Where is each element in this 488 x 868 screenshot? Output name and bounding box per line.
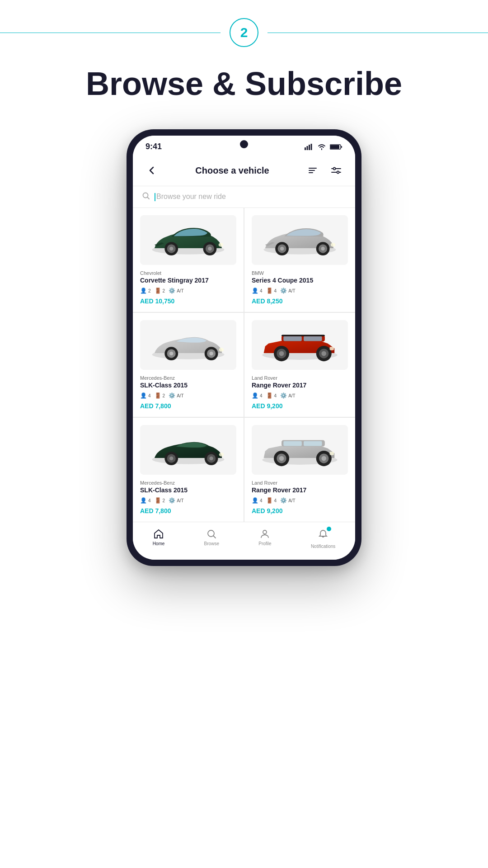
search-bar[interactable]: Browse your new ride [133,186,355,208]
svg-point-71 [321,456,326,461]
car-svg-slk2 [140,428,236,472]
spec-trans-val-2: A/T [177,393,184,398]
svg-line-74 [214,536,216,538]
nav-notifications-label: Notifications [311,544,335,549]
spec-doors-val-2: 2 [163,393,165,398]
spec-doors-val-4: 2 [163,498,165,503]
browse-icon [206,528,217,539]
car-brand-2: Mercedes-Benz [140,375,236,381]
spec-doors-5: 🚪 4 [266,497,277,504]
car-specs-2: 👤 4 🚪 2 ⚙️ A/T [140,392,236,399]
svg-point-32 [321,247,325,251]
person-icon-3: 👤 [252,392,258,399]
app-header: Choose a vehicle [133,155,355,186]
svg-line-17 [148,198,150,199]
spec-seats-val-5: 4 [260,498,263,503]
spec-doors-3: 🚪 4 [266,392,277,399]
svg-rect-53 [282,335,325,336]
car-specs-4: 👤 4 🚪 2 ⚙️ A/T [140,497,236,504]
car-price-2: AED 7,800 [140,402,236,410]
nav-notifications[interactable]: Notifications [305,527,341,551]
bottom-nav: Home Browse Profile [133,522,355,560]
spec-trans-3: ⚙️ A/T [280,392,296,399]
vehicle-card-1[interactable]: BMW Series 4 Coupe 2015 👤 4 🚪 4 ⚙️ [244,208,355,312]
car-specs-0: 👤 2 🚪 2 ⚙️ A/T [140,288,236,294]
car-model-2: SLK-Class 2015 [140,382,236,389]
car-price-0: AED 10,750 [140,297,236,305]
nav-profile-label: Profile [258,541,271,546]
camera-notch [240,140,248,148]
person-icon-0: 👤 [140,288,147,294]
svg-point-57 [169,457,174,461]
door-icon-4: 🚪 [155,497,161,504]
vehicle-card-4[interactable]: Mercedes-Benz SLK-Class 2015 👤 4 🚪 2 ⚙️ [133,418,244,522]
person-icon-1: 👤 [252,288,258,294]
car-brand-1: BMW [252,270,348,276]
car-image-0 [140,215,236,265]
svg-rect-6 [341,146,342,148]
spec-seats-val-1: 4 [260,288,263,293]
spec-seats-0: 👤 2 [140,288,151,294]
nav-home[interactable]: Home [147,527,170,551]
svg-point-29 [280,247,284,251]
car-svg-rangerover2 [252,428,348,472]
gear-icon-3: ⚙️ [280,392,287,399]
spec-doors-1: 🚪 4 [266,288,277,294]
spec-trans-val-4: A/T [177,498,184,503]
spec-seats-val-3: 4 [260,393,263,398]
battery-icon [330,144,343,150]
svg-point-60 [209,457,213,461]
svg-point-37 [169,352,174,356]
car-brand-3: Land Rover [252,375,348,381]
notification-badge [327,527,331,531]
person-icon-5: 👤 [252,497,258,504]
spec-seats-3: 👤 4 [252,392,263,399]
gear-icon-4: ⚙️ [169,497,175,504]
back-button[interactable] [144,162,160,179]
car-price-5: AED 9,200 [252,507,348,514]
spec-trans-val-5: A/T [288,498,296,503]
filter-button[interactable] [328,162,344,179]
vehicle-card-2[interactable]: Mercedes-Benz SLK-Class 2015 👤 4 🚪 2 ⚙️ [133,313,244,417]
svg-rect-5 [330,145,339,149]
door-icon-0: 🚪 [155,288,161,294]
step-circle: 2 [230,18,258,47]
profile-icon [259,528,270,539]
vehicle-card-5[interactable]: Land Rover Range Rover 2017 👤 4 🚪 4 ⚙️ [244,418,355,522]
spec-seats-2: 👤 4 [140,392,151,399]
sort-button[interactable] [305,162,321,179]
search-icon [142,192,150,202]
spec-trans-2: ⚙️ A/T [169,392,184,399]
car-svg-corvette [140,218,236,262]
spec-seats-5: 👤 4 [252,497,263,504]
spec-trans-5: ⚙️ A/T [280,497,296,504]
nav-browse[interactable]: Browse [199,527,225,551]
svg-rect-65 [304,441,322,446]
car-price-4: AED 7,800 [140,507,236,514]
step-line-left [0,33,221,33]
svg-rect-44 [283,336,301,341]
vehicle-card-3[interactable]: Land Rover Range Rover 2017 👤 4 🚪 4 ⚙️ [244,313,355,417]
car-model-3: Range Rover 2017 [252,382,348,389]
door-icon-1: 🚪 [266,288,273,294]
svg-rect-0 [305,147,306,150]
spec-trans-val-0: A/T [177,288,184,293]
search-cursor [155,193,155,201]
home-icon [153,528,164,539]
car-image-2 [140,320,236,370]
spec-trans-4: ⚙️ A/T [169,497,184,504]
car-model-4: SLK-Class 2015 [140,486,236,494]
step-number: 2 [240,25,248,40]
search-input[interactable]: Browse your new ride [155,193,346,201]
svg-rect-72 [330,452,334,455]
nav-home-label: Home [153,541,165,546]
nav-profile[interactable]: Profile [253,527,277,551]
gear-icon-0: ⚙️ [169,288,175,294]
spec-doors-val-0: 2 [163,288,165,293]
gear-icon-1: ⚙️ [280,288,287,294]
svg-point-40 [209,352,213,356]
vehicle-card-0[interactable]: Chevrolet Corvette Stingray 2017 👤 2 🚪 2… [133,208,244,312]
svg-point-75 [263,530,267,534]
gear-icon-5: ⚙️ [280,497,287,504]
svg-point-68 [279,456,284,461]
